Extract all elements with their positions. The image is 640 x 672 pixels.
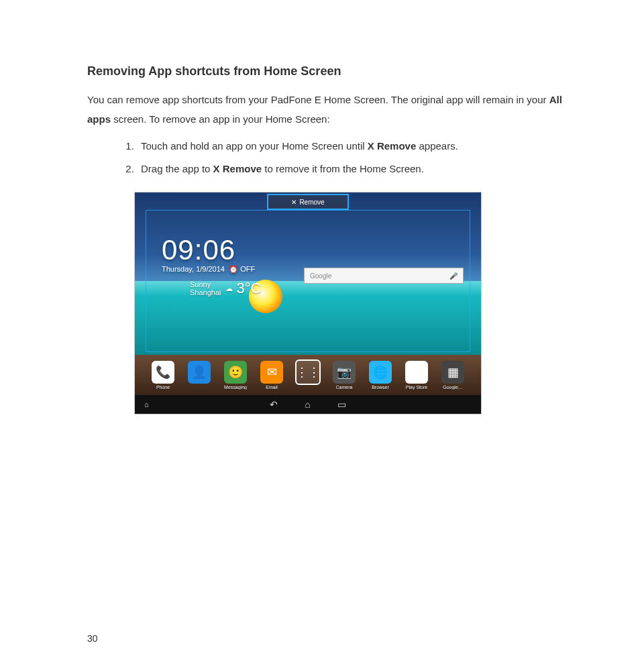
- messaging-icon: 🙂: [224, 361, 247, 384]
- system-navbar: ⌂ ↶ ⌂ ▭: [135, 395, 481, 414]
- close-icon: ✕: [291, 199, 297, 206]
- weather-condition: Sunny: [190, 280, 221, 288]
- phone-icon: 📞: [152, 361, 174, 384]
- mic-icon[interactable]: 🎤: [449, 272, 458, 280]
- app-email[interactable]: ✉Email: [258, 361, 285, 390]
- clock-date: Thursday, 1/9/2014: [162, 265, 225, 273]
- remove-label: Remove: [299, 199, 324, 206]
- app-playstore[interactable]: ▶Play Store: [403, 361, 430, 390]
- app-camera[interactable]: 📷Camera: [331, 361, 358, 390]
- back-button[interactable]: ↶: [270, 399, 278, 410]
- app-messaging[interactable]: 🙂Messaging: [222, 361, 249, 390]
- step1-bold: X Remove: [368, 140, 417, 152]
- app-phone[interactable]: 📞Phone: [150, 361, 176, 390]
- step2-text-2: to remove it from the Home Screen.: [262, 163, 424, 174]
- email-icon: ✉: [260, 361, 283, 384]
- app-label: Messaging: [224, 385, 247, 390]
- step1-text-1: Touch and hold an app on your Home Scree…: [141, 140, 368, 152]
- app-label: Google…: [443, 385, 463, 390]
- weather-widget[interactable]: Sunny Shanghai ☁ 3°C: [190, 280, 261, 297]
- remove-drop-target[interactable]: ✕ Remove: [267, 194, 349, 210]
- step1-text-2: appears.: [416, 140, 458, 152]
- app-label: [199, 385, 200, 390]
- browser-icon: 🌐: [369, 361, 392, 384]
- app-label: Camera: [336, 385, 353, 390]
- clock-date-row: Thursday, 1/9/2014 ⏰ OFF: [162, 265, 255, 274]
- home-button[interactable]: ⌂: [305, 399, 310, 410]
- weather-temp: 3°C: [237, 280, 262, 297]
- expand-icon[interactable]: ⌂: [144, 400, 149, 408]
- step2-bold: X Remove: [213, 163, 262, 174]
- app-label: Browser: [372, 385, 389, 390]
- people-icon: 👤: [188, 361, 211, 384]
- recents-button[interactable]: ▭: [337, 399, 346, 410]
- weather-icon: ☁: [225, 284, 233, 293]
- play-icon: ▶: [405, 361, 428, 384]
- weather-city: Shanghai: [190, 288, 221, 296]
- step-1: Touch and hold an app on your Home Scree…: [137, 138, 573, 154]
- clock-widget[interactable]: 09:06 Thursday, 1/9/2014 ⏰ OFF: [162, 234, 255, 274]
- app-dock: 📞Phone 👤 🙂Messaging ✉Email ⋮⋮ 📷Camera 🌐B…: [135, 355, 481, 395]
- app-label: Email: [266, 385, 278, 390]
- page-number: 30: [87, 633, 98, 644]
- steps-list: Touch and hold an app on your Home Scree…: [87, 138, 573, 177]
- app-label: Play Store: [406, 385, 427, 390]
- app-allapps[interactable]: ⋮⋮: [295, 359, 321, 391]
- section-heading: Removing App shortcuts from Home Screen: [87, 64, 573, 78]
- folder-icon: ▦: [441, 361, 464, 384]
- step2-text-1: Drag the app to: [141, 163, 213, 174]
- allapps-icon: ⋮⋮: [295, 359, 321, 385]
- step-2: Drag the app to X Remove to remove it fr…: [137, 161, 573, 177]
- home-screen-screenshot: ✕ Remove 09:06 Thursday, 1/9/2014 ⏰ OFF …: [134, 192, 482, 414]
- app-browser[interactable]: 🌐Browser: [367, 361, 394, 390]
- clock-alarm-status: OFF: [240, 265, 255, 273]
- wallpaper-water: [135, 281, 481, 355]
- google-search-bar[interactable]: Google 🎤: [304, 268, 464, 284]
- app-people[interactable]: 👤: [186, 361, 213, 390]
- intro-text-2: screen. To remove an app in your Home Sc…: [111, 113, 330, 125]
- intro-paragraph: You can remove app shortcuts from your P…: [87, 91, 573, 129]
- search-placeholder: Google: [310, 272, 331, 280]
- app-google-folder[interactable]: ▦Google…: [439, 361, 466, 390]
- clock-time: 09:06: [162, 234, 255, 266]
- camera-icon: 📷: [333, 361, 356, 384]
- app-label: [307, 386, 309, 391]
- intro-text-1: You can remove app shortcuts from your P…: [87, 94, 549, 105]
- weather-text: Sunny Shanghai: [190, 280, 221, 296]
- app-label: Phone: [156, 385, 170, 390]
